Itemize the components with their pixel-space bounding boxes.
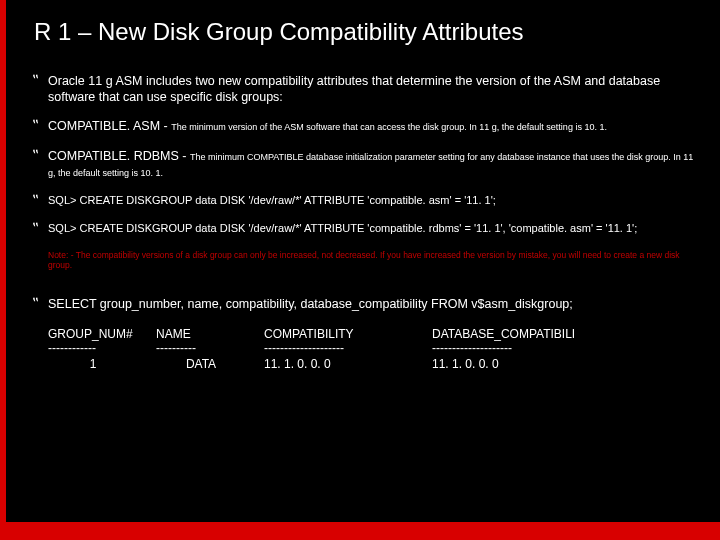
bullet-select: SELECT group_number, name, compatibility… xyxy=(34,297,699,313)
header: DATABASE_COMPATIBILI xyxy=(432,327,575,341)
text: SQL> CREATE DISKGROUP data DISK '/dev/ra… xyxy=(48,194,496,206)
label: COMPATIBLE. ASM - xyxy=(48,119,171,133)
left-red-bar xyxy=(0,0,6,540)
value: 11. 1. 0. 0. 0 xyxy=(432,355,582,371)
header: GROUP_NUM# xyxy=(48,327,133,341)
header: NAME xyxy=(156,327,191,341)
quote-decoration-icon: ‟ xyxy=(10,2,28,42)
divider: ------------ xyxy=(48,341,96,355)
bullet-compatible-rdbms: COMPATIBLE. RDBMS - The minimum COMPATIB… xyxy=(34,149,699,180)
col-db-compatibility: DATABASE_COMPATIBILI -------------------… xyxy=(432,327,582,371)
header: COMPATIBILITY xyxy=(264,327,354,341)
divider: -------------------- xyxy=(264,341,344,355)
divider: ---------- xyxy=(156,341,196,355)
bullet-intro: Oracle 11 g ASM includes two new compati… xyxy=(34,74,699,105)
bottom-red-bar xyxy=(0,522,720,540)
desc: The minimum version of the ASM software … xyxy=(171,122,607,132)
col-compatibility: COMPATIBILITY -------------------- 11. 1… xyxy=(264,327,414,371)
value: 11. 1. 0. 0. 0 xyxy=(264,355,414,371)
query-bullet-list: SELECT group_number, name, compatibility… xyxy=(34,297,699,313)
bullet-compatible-asm: COMPATIBLE. ASM - The minimum version of… xyxy=(34,119,699,135)
divider: -------------------- xyxy=(432,341,512,355)
result-table: GROUP_NUM# ------------ 1 NAME ---------… xyxy=(34,327,699,371)
text: SELECT group_number, name, compatibility… xyxy=(48,297,573,311)
bullet-sql1: SQL> CREATE DISKGROUP data DISK '/dev/ra… xyxy=(34,194,699,208)
value: DATA xyxy=(156,355,246,371)
note-text: Note: - The compatibility versions of a … xyxy=(34,250,699,271)
col-name: NAME ---------- DATA xyxy=(156,327,246,371)
slide-title: R 1 – New Disk Group Compatibility Attri… xyxy=(34,18,699,46)
col-group-num: GROUP_NUM# ------------ 1 xyxy=(48,327,138,371)
label: COMPATIBLE. RDBMS - xyxy=(48,149,190,163)
bullet-list: Oracle 11 g ASM includes two new compati… xyxy=(34,74,699,236)
value: 1 xyxy=(48,355,138,371)
bullet-sql2: SQL> CREATE DISKGROUP data DISK '/dev/ra… xyxy=(34,222,699,236)
slide-content: R 1 – New Disk Group Compatibility Attri… xyxy=(34,18,699,371)
text: SQL> CREATE DISKGROUP data DISK '/dev/ra… xyxy=(48,222,637,234)
text: Oracle 11 g ASM includes two new compati… xyxy=(48,74,660,104)
